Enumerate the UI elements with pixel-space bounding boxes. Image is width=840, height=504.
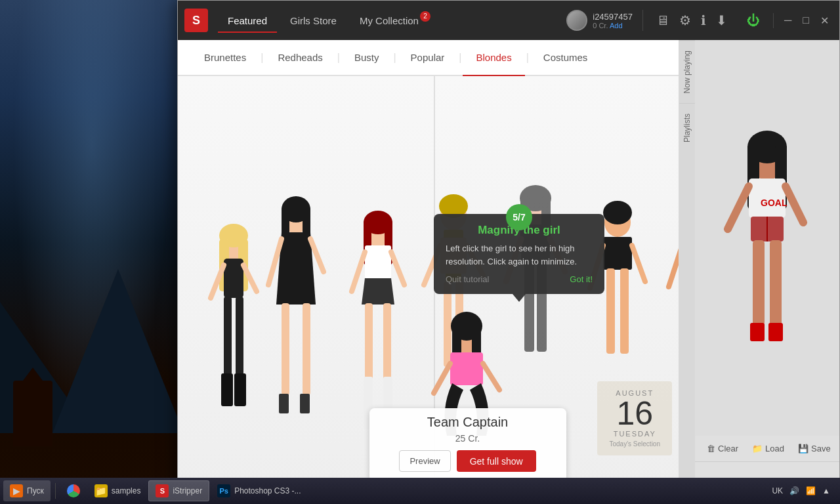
svg-rect-72: [450, 352, 483, 385]
svg-rect-20: [279, 394, 289, 413]
tutorial-body: Left click the girl to see her in high r…: [446, 242, 593, 268]
svg-rect-21: [300, 394, 310, 413]
taskbar-photoshop[interactable]: Ps Photoshop CS3 -...: [211, 480, 307, 501]
svg-rect-6: [236, 297, 243, 375]
svg-rect-56: [620, 268, 629, 354]
nav-tab-girls-store[interactable]: Girls Store: [280, 10, 346, 32]
svg-rect-17: [303, 303, 310, 395]
calendar-day: 16: [609, 397, 660, 430]
window-controls: ─ □ ✕: [773, 13, 833, 28]
svg-rect-5: [224, 297, 232, 375]
calendar-weekday: TUESDAY: [609, 430, 660, 438]
load-button[interactable]: 📁 Load: [747, 441, 789, 456]
get-full-show-button[interactable]: Get full show: [457, 450, 536, 472]
content-area: Brunettes | Redheads | Busty | Popular |…: [178, 40, 839, 488]
svg-point-53: [603, 201, 632, 224]
save-button[interactable]: 💾 Save: [793, 441, 836, 456]
svg-marker-27: [362, 278, 394, 304]
download-icon[interactable]: ⬇: [716, 12, 727, 28]
add-credits-link[interactable]: Add: [610, 22, 623, 30]
user-info: i24597457 0 Cr. Add: [556, 10, 643, 31]
save-icon: 💾: [798, 444, 808, 453]
svg-rect-29: [383, 303, 391, 382]
svg-line-87: [728, 186, 749, 229]
model-figure-1[interactable]: [204, 213, 263, 488]
model-credits: 25 Cr.: [383, 433, 553, 444]
taskbar-folder[interactable]: 📁 samples: [88, 480, 148, 501]
folder-icon: 📁: [94, 484, 108, 497]
svg-rect-28: [365, 303, 373, 382]
svg-line-74: [483, 364, 499, 390]
nav-tab-featured[interactable]: Featured: [218, 10, 277, 32]
info-icon[interactable]: ℹ: [701, 12, 706, 28]
cat-tab-costumes[interactable]: Costumes: [530, 40, 601, 76]
cat-tab-busty[interactable]: Busty: [341, 40, 392, 76]
taskbar-tray: UK 🔊 📶 ▲: [772, 486, 837, 495]
photoshop-label: Photoshop CS3 -...: [234, 486, 301, 495]
svg-line-32: [352, 252, 365, 291]
svg-rect-4: [224, 259, 243, 298]
arrow-up-icon[interactable]: ▲: [822, 486, 830, 495]
model-figure-2[interactable]: [263, 186, 329, 488]
tutorial-counter: 5/7: [506, 204, 532, 230]
svg-rect-83: [753, 240, 765, 326]
clear-icon: 🗑: [707, 444, 715, 453]
svg-text:GOAL: GOAL: [761, 198, 788, 208]
svg-rect-54: [603, 237, 632, 270]
taskbar-istripper[interactable]: S iStripper: [148, 480, 209, 501]
close-button[interactable]: ✕: [816, 13, 833, 28]
maximize-button[interactable]: □: [799, 13, 813, 28]
tooltip-arrow: [513, 294, 526, 302]
right-panel-content: GOAL: [695, 40, 839, 488]
app-window: S Featured Girls Store My Collection 2 i…: [177, 0, 840, 489]
user-name: i24597457: [593, 12, 633, 22]
main-content: Brunettes | Redheads | Busty | Popular |…: [178, 40, 679, 488]
svg-rect-55: [606, 268, 615, 354]
speaker-icon[interactable]: 🔊: [789, 486, 799, 495]
cat-tab-popular[interactable]: Popular: [398, 40, 458, 76]
tab-playlists[interactable]: Playlists: [679, 103, 695, 152]
photoshop-icon: Ps: [217, 484, 230, 497]
monitor-icon[interactable]: 🖥: [656, 13, 669, 28]
toolbar-icons: 🖥 ⚙ ℹ ⬇: [650, 12, 734, 28]
istripper-icon: S: [156, 484, 169, 497]
right-toolbar: 🗑 Clear 📁 Load 💾 Save: [695, 436, 839, 462]
svg-line-73: [434, 364, 450, 393]
power-icon[interactable]: ⏻: [740, 13, 766, 28]
avatar: [566, 10, 587, 31]
svg-rect-16: [282, 303, 289, 395]
preview-button[interactable]: Preview: [399, 450, 450, 472]
tutorial-tooltip: 5/7 Magnify the girl Left click the girl…: [434, 214, 604, 294]
title-bar-right: i24597457 0 Cr. Add 🖥 ⚙ ℹ ⬇ ⏻ ─ □ ✕: [556, 10, 833, 31]
user-details: i24597457 0 Cr. Add: [593, 12, 633, 30]
svg-line-58: [632, 245, 645, 282]
folder-label: samples: [112, 486, 141, 495]
cat-tab-blondes[interactable]: Blondes: [463, 40, 524, 76]
got-it-button[interactable]: Got it!: [570, 274, 593, 284]
svg-rect-9: [221, 373, 233, 406]
desktop-background: [0, 0, 184, 486]
svg-line-64: [669, 249, 679, 287]
clear-button[interactable]: 🗑 Clear: [702, 441, 744, 456]
chrome-icon: [67, 484, 80, 497]
nav-tab-my-collection[interactable]: My Collection 2: [350, 10, 432, 32]
taskbar: ▶ Пуск 📁 samples S iStripper Ps Photosho…: [0, 478, 840, 504]
minimize-button[interactable]: ─: [780, 13, 795, 28]
calendar-widget: AUGUST 16 TUESDAY Today's Selection: [597, 381, 672, 455]
cat-tab-brunettes[interactable]: Brunettes: [191, 40, 259, 76]
taskbar-chrome[interactable]: [60, 480, 87, 501]
svg-rect-84: [770, 240, 782, 326]
todays-selection-label[interactable]: Today's Selection: [609, 440, 660, 448]
tab-now-playing[interactable]: Now playing: [679, 40, 695, 103]
quit-tutorial-link[interactable]: Quit tutorial: [446, 274, 489, 284]
now-playing-display: GOAL: [695, 40, 839, 436]
logo-button[interactable]: S: [184, 9, 208, 32]
right-panel: GOAL: [695, 40, 839, 488]
svg-rect-26: [365, 245, 391, 278]
cat-tab-redheads[interactable]: Redheads: [264, 40, 335, 76]
settings-icon[interactable]: ⚙: [679, 12, 691, 28]
load-icon: 📁: [752, 444, 763, 453]
user-credits: 0 Cr. Add: [593, 22, 633, 30]
network-icon: 📶: [806, 486, 816, 495]
taskbar-start-button[interactable]: ▶ Пуск: [3, 480, 51, 501]
